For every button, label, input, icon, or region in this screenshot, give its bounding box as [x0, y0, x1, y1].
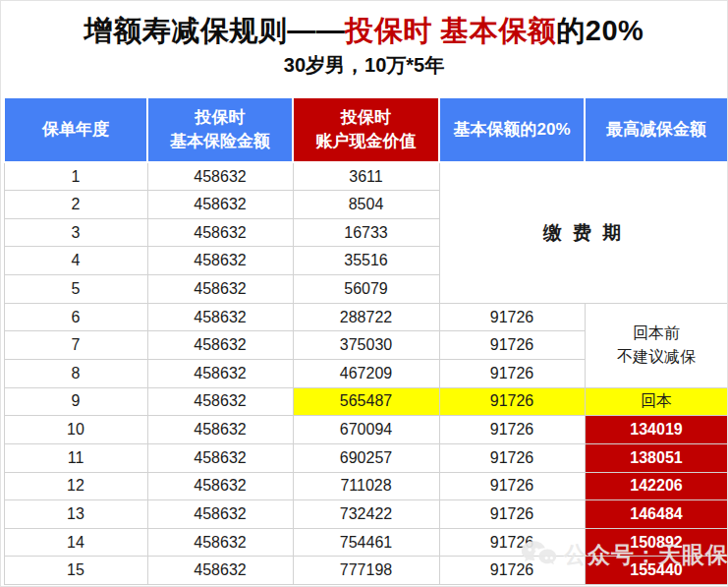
table-row-year-11: 11 458632 690257 91726 138051 — [4, 443, 728, 472]
cell-cash-value-highlighted: 565487 — [293, 387, 439, 416]
cell-base-amount: 458632 — [147, 303, 293, 331]
cell-cash-value: 8504 — [293, 191, 439, 219]
cell-base-amount: 458632 — [147, 191, 293, 219]
cell-pct20: 91726 — [439, 500, 585, 529]
cell-base-amount: 458632 — [147, 472, 293, 500]
col-header-cash-value-line2: 账户现金价值 — [294, 130, 438, 153]
cell-pct20: 91726 — [439, 331, 585, 360]
cell-cash-value: 16733 — [293, 218, 439, 247]
merged-cell-payment-period: 缴 费 期 — [439, 162, 728, 303]
cell-base-amount: 458632 — [147, 275, 293, 304]
cell-cash-value: 288722 — [293, 303, 439, 331]
cell-policy-year: 3 — [4, 218, 147, 247]
cell-policy-year: 14 — [4, 528, 147, 557]
table-row-year-6: 6 458632 288722 91726 回本前 不建议减保 — [4, 303, 728, 331]
cell-breakeven-label: 回本 — [585, 387, 728, 416]
cell-base-amount: 458632 — [147, 162, 293, 191]
cell-pct20: 91726 — [439, 303, 585, 331]
cell-policy-year: 6 — [4, 303, 147, 331]
cell-pct20: 91726 — [439, 359, 585, 387]
cell-base-amount: 458632 — [147, 557, 293, 585]
cell-cash-value: 375030 — [293, 331, 439, 360]
table-row-year-15: 15 458632 777198 91726 155440 — [4, 557, 728, 585]
cell-max-reduction: 155440 — [585, 557, 728, 585]
cell-policy-year: 9 — [4, 387, 147, 416]
col-header-base-amount: 投保时 基本保险金额 — [147, 97, 293, 162]
cell-policy-year: 11 — [4, 443, 147, 472]
cell-policy-year: 4 — [4, 247, 147, 275]
title-suffix: 的20% — [556, 15, 644, 46]
page: 增额寿减保规则——投保时 基本保额的20% 30岁男，10万*5年 保单年度 投… — [0, 0, 728, 587]
col-header-cash-value-line1: 投保时 — [294, 106, 438, 130]
cell-policy-year: 2 — [4, 191, 147, 219]
col-header-max-reduction: 最高减保金额 — [585, 97, 728, 162]
cell-policy-year: 12 — [4, 472, 147, 500]
col-header-20pct: 基本保额的20% — [439, 97, 585, 162]
cell-policy-year: 15 — [4, 557, 147, 585]
cell-cash-value: 732422 — [293, 500, 439, 529]
cell-policy-year: 10 — [4, 416, 147, 444]
table-row-year-12: 12 458632 711028 91726 142206 — [4, 472, 728, 500]
cell-cash-value: 56079 — [293, 275, 439, 304]
cell-base-amount: 458632 — [147, 500, 293, 529]
reduction-rules-table: 保单年度 投保时 基本保险金额 投保时 账户现金价值 基本保额的20% 最高减保… — [3, 96, 728, 585]
cell-pct20: 91726 — [439, 528, 585, 557]
cell-policy-year: 1 — [4, 162, 147, 191]
cell-max-reduction: 146484 — [585, 500, 728, 529]
merged-cell-before-breakeven: 回本前 不建议减保 — [585, 303, 728, 387]
cell-max-reduction: 142206 — [585, 472, 728, 500]
cell-policy-year: 13 — [4, 500, 147, 529]
cell-cash-value: 670094 — [293, 416, 439, 444]
cell-pct20: 91726 — [439, 557, 585, 585]
cell-base-amount: 458632 — [147, 247, 293, 275]
table-row-year-1: 1 458632 3611 缴 费 期 — [4, 162, 728, 191]
col-header-policy-year: 保单年度 — [4, 97, 147, 162]
cell-base-amount: 458632 — [147, 359, 293, 387]
cell-cash-value: 690257 — [293, 443, 439, 472]
cell-pct20: 91726 — [439, 416, 585, 444]
cell-cash-value: 711028 — [293, 472, 439, 500]
title-prefix: 增额寿减保规则—— — [84, 15, 346, 46]
title-highlight: 投保时 基本保额 — [345, 15, 556, 46]
cell-cash-value: 754461 — [293, 528, 439, 557]
header-row: 保单年度 投保时 基本保险金额 投保时 账户现金价值 基本保额的20% 最高减保… — [4, 97, 728, 162]
before-breakeven-line1: 回本前 — [586, 322, 728, 345]
cell-cash-value: 467209 — [293, 359, 439, 387]
col-header-base-amount-line2: 基本保险金额 — [148, 130, 292, 153]
cell-cash-value: 3611 — [293, 162, 439, 191]
cell-policy-year: 8 — [4, 359, 147, 387]
table-row-year-13: 13 458632 732422 91726 146484 — [4, 500, 728, 529]
cell-cash-value: 35516 — [293, 247, 439, 275]
cell-pct20: 91726 — [439, 443, 585, 472]
cell-base-amount: 458632 — [147, 416, 293, 444]
table-row-year-14: 14 458632 754461 91726 150892 — [4, 528, 728, 557]
cell-cash-value: 777198 — [293, 557, 439, 585]
cell-max-reduction: 138051 — [585, 443, 728, 472]
page-title: 增额寿减保规则——投保时 基本保额的20% — [1, 13, 727, 48]
cell-max-reduction: 134019 — [585, 416, 728, 444]
cell-base-amount: 458632 — [147, 528, 293, 557]
cell-base-amount: 458632 — [147, 387, 293, 416]
before-breakeven-line2: 不建议减保 — [586, 345, 728, 369]
col-header-cash-value: 投保时 账户现金价值 — [293, 97, 439, 162]
cell-base-amount: 458632 — [147, 331, 293, 360]
cell-policy-year: 7 — [4, 331, 147, 360]
cell-pct20-highlighted: 91726 — [439, 387, 585, 416]
cell-policy-year: 5 — [4, 275, 147, 304]
cell-max-reduction: 150892 — [585, 528, 728, 557]
col-header-base-amount-line1: 投保时 — [148, 106, 292, 130]
page-subtitle: 30岁男，10万*5年 — [1, 52, 727, 79]
title-block: 增额寿减保规则——投保时 基本保额的20% 30岁男，10万*5年 — [1, 1, 727, 79]
cell-base-amount: 458632 — [147, 218, 293, 247]
table-row-year-9-breakeven: 9 458632 565487 91726 回本 — [4, 387, 728, 416]
cell-pct20: 91726 — [439, 472, 585, 500]
table-row-year-10: 10 458632 670094 91726 134019 — [4, 416, 728, 444]
cell-base-amount: 458632 — [147, 443, 293, 472]
